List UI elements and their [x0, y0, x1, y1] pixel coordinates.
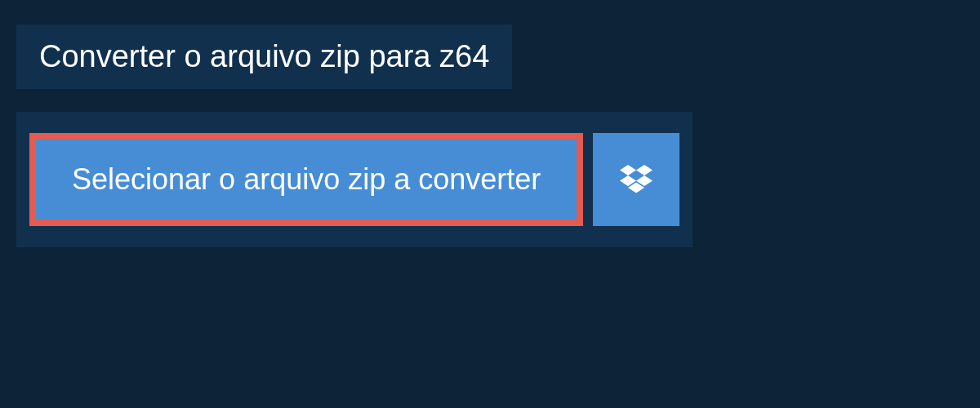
select-file-button[interactable]: Selecionar o arquivo zip a converter: [29, 133, 583, 226]
select-file-button-label: Selecionar o arquivo zip a converter: [72, 162, 541, 197]
converter-panel: Converter o arquivo zip para z64 Selecio…: [0, 0, 980, 272]
svg-marker-0: [620, 165, 636, 175]
svg-marker-1: [636, 165, 653, 175]
dropbox-button[interactable]: [593, 133, 679, 226]
dropbox-icon: [620, 165, 653, 194]
page-title: Converter o arquivo zip para z64: [16, 24, 512, 89]
upload-controls: Selecionar o arquivo zip a converter: [16, 112, 693, 247]
